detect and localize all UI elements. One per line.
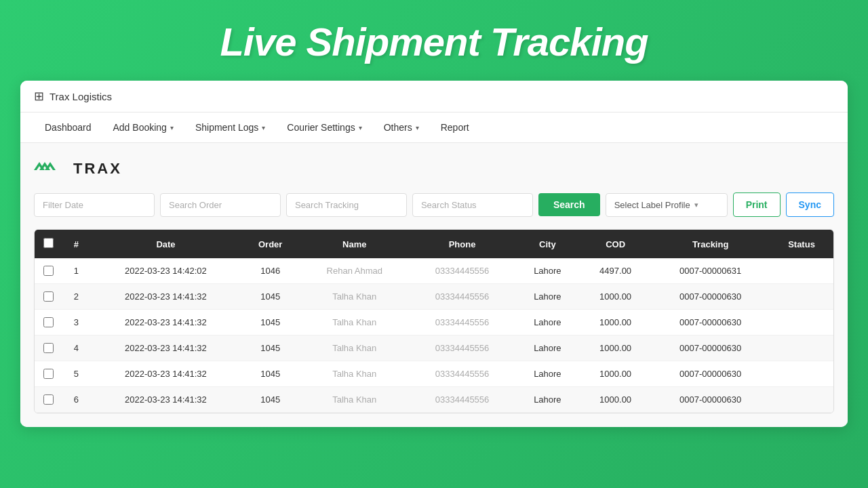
row-status (770, 336, 833, 361)
row-status (770, 258, 833, 284)
page-hero-title: Live Shipment Tracking (206, 0, 661, 81)
row-name: Talha Khan (300, 310, 409, 336)
row-name: Talha Khan (300, 361, 409, 387)
row-name: Talha Khan (300, 387, 409, 413)
row-city: Lahore (515, 310, 580, 336)
row-city: Lahore (515, 284, 580, 310)
row-date: 2022-03-23 14:41:32 (91, 387, 241, 413)
row-cod: 4497.00 (580, 258, 651, 284)
label-profile-select[interactable]: Select Label Profile ▾ (606, 193, 728, 217)
data-table: # Date Order Name Phone City COD Trackin… (35, 230, 833, 413)
search-bar: Search Select Label Profile ▾ Print Sync (34, 192, 834, 217)
sync-button[interactable]: Sync (786, 192, 834, 217)
row-date: 2022-03-23 14:41:32 (91, 361, 241, 387)
filter-date-input[interactable] (34, 193, 155, 217)
col-status: Status (770, 230, 833, 258)
row-date: 2022-03-23 14:41:32 (91, 284, 241, 310)
row-id: 5 (62, 361, 91, 387)
table-header: # Date Order Name Phone City COD Trackin… (35, 230, 833, 258)
row-city: Lahore (515, 258, 580, 284)
row-status (770, 284, 833, 310)
row-phone: 03334445556 (409, 336, 515, 361)
nav-shipment-logs[interactable]: Shipment Logs ▾ (184, 113, 276, 142)
row-order: 1045 (241, 336, 300, 361)
search-status-input[interactable] (412, 193, 533, 217)
nav-add-booking[interactable]: Add Booking ▾ (102, 113, 184, 142)
col-id: # (62, 230, 91, 258)
col-name: Name (300, 230, 409, 258)
row-order: 1045 (241, 284, 300, 310)
print-button[interactable]: Print (733, 192, 781, 217)
row-city: Lahore (515, 336, 580, 361)
nav-report[interactable]: Report (430, 113, 480, 142)
row-city: Lahore (515, 387, 580, 413)
row-status (770, 387, 833, 413)
row-checkbox[interactable] (43, 291, 54, 302)
row-checkbox[interactable] (43, 343, 54, 353)
row-phone: 03334445556 (409, 284, 515, 310)
grid-icon: ⊞ (34, 89, 44, 104)
row-phone: 03334445556 (409, 387, 515, 413)
row-tracking: 0007-00000631 (651, 258, 770, 284)
row-date: 2022-03-23 14:41:32 (91, 336, 241, 361)
select-all-checkbox[interactable] (43, 238, 54, 248)
table-row: 4 2022-03-23 14:41:32 1045 Talha Khan 03… (35, 336, 833, 361)
nav-courier-settings[interactable]: Courier Settings ▾ (276, 113, 372, 142)
row-checkbox[interactable] (43, 369, 54, 379)
row-checkbox-cell (35, 284, 62, 310)
row-checkbox[interactable] (43, 266, 54, 276)
chevron-down-icon: ▾ (694, 201, 698, 209)
chevron-down-icon: ▾ (170, 124, 174, 131)
row-phone: 03334445556 (409, 361, 515, 387)
row-checkbox[interactable] (43, 317, 54, 327)
nav-dashboard[interactable]: Dashboard (34, 113, 102, 142)
trax-logo-icon (34, 157, 68, 180)
row-checkbox-cell (35, 336, 62, 361)
nav-others[interactable]: Others ▾ (373, 113, 430, 142)
col-order: Order (241, 230, 300, 258)
table-body: 1 2022-03-23 14:42:02 1046 Rehan Ahmad 0… (35, 258, 833, 413)
top-bar: ⊞ Trax Logistics (20, 81, 848, 113)
company-name: Trax Logistics (50, 91, 112, 102)
row-checkbox[interactable] (43, 394, 54, 405)
row-name: Talha Khan (300, 284, 409, 310)
nav-bar: Dashboard Add Booking ▾ Shipment Logs ▾ … (20, 113, 848, 143)
row-cod: 1000.00 (580, 387, 651, 413)
row-id: 4 (62, 336, 91, 361)
row-checkbox-cell (35, 310, 62, 336)
table-row: 1 2022-03-23 14:42:02 1046 Rehan Ahmad 0… (35, 258, 833, 284)
row-checkbox-cell (35, 361, 62, 387)
row-tracking: 0007-00000630 (651, 310, 770, 336)
row-checkbox-cell (35, 387, 62, 413)
row-tracking: 0007-00000630 (651, 284, 770, 310)
search-order-input[interactable] (160, 193, 281, 217)
trax-logo: TRAX (34, 157, 834, 180)
row-name: Rehan Ahmad (300, 258, 409, 284)
row-order: 1045 (241, 310, 300, 336)
search-tracking-input[interactable] (286, 193, 407, 217)
row-id: 1 (62, 258, 91, 284)
table-row: 6 2022-03-23 14:41:32 1045 Talha Khan 03… (35, 387, 833, 413)
logo-area: TRAX (34, 157, 834, 180)
table-row: 3 2022-03-23 14:41:32 1045 Talha Khan 03… (35, 310, 833, 336)
row-date: 2022-03-23 14:42:02 (91, 258, 241, 284)
row-date: 2022-03-23 14:41:32 (91, 310, 241, 336)
row-cod: 1000.00 (580, 310, 651, 336)
row-order: 1045 (241, 361, 300, 387)
row-tracking: 0007-00000630 (651, 361, 770, 387)
row-id: 3 (62, 310, 91, 336)
shipment-table: # Date Order Name Phone City COD Trackin… (34, 229, 834, 413)
app-container: ⊞ Trax Logistics Dashboard Add Booking ▾… (20, 81, 848, 427)
chevron-down-icon: ▾ (416, 124, 419, 131)
row-city: Lahore (515, 361, 580, 387)
row-id: 6 (62, 387, 91, 413)
row-checkbox-cell (35, 258, 62, 284)
content-area: TRAX Search Select Label Profile ▾ Print… (20, 143, 848, 427)
trax-logo-text: TRAX (73, 160, 122, 178)
row-phone: 03334445556 (409, 310, 515, 336)
row-tracking: 0007-00000630 (651, 387, 770, 413)
search-button[interactable]: Search (538, 193, 600, 216)
row-status (770, 361, 833, 387)
row-order: 1045 (241, 387, 300, 413)
col-city: City (515, 230, 580, 258)
